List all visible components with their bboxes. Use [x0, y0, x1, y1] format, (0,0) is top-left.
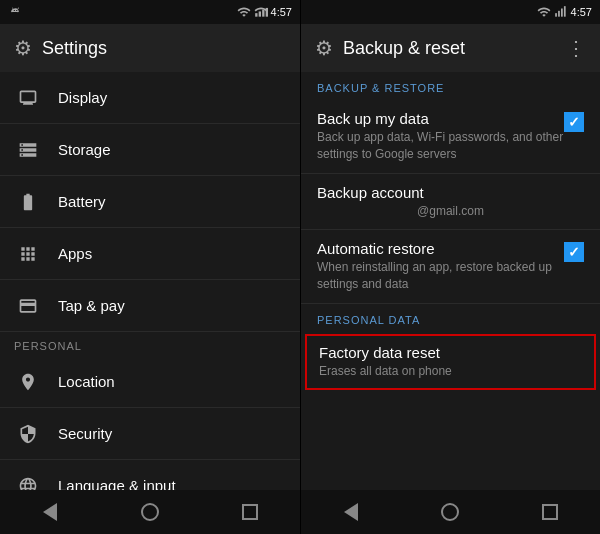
apps-label: Apps [58, 245, 92, 262]
signal-icon [254, 5, 268, 19]
right-time-display: 4:57 [571, 6, 592, 18]
backup-account-item[interactable]: Backup account @gmail.com [301, 174, 600, 231]
svg-rect-3 [265, 8, 267, 17]
right-back-icon [344, 503, 358, 521]
right-header: ⚙ Backup & reset ⋮ [301, 24, 600, 72]
display-label: Display [58, 89, 107, 106]
right-content: BACKUP & RESTORE Back up my data Back up… [301, 72, 600, 490]
menu-item-language[interactable]: Language & input [0, 460, 300, 490]
backup-account-subtitle: @gmail.com [317, 203, 584, 220]
location-icon [14, 372, 42, 392]
svg-rect-7 [563, 6, 565, 17]
svg-rect-4 [555, 13, 557, 17]
svg-rect-5 [558, 11, 560, 17]
left-panel: 4:57 ⚙ Settings Display Storage Batte [0, 0, 300, 534]
security-icon [14, 424, 42, 444]
backup-restore-section-label: BACKUP & RESTORE [301, 72, 600, 100]
right-recents-icon [542, 504, 558, 520]
back-up-data-item[interactable]: Back up my data Back up app data, Wi-Fi … [301, 100, 600, 174]
right-header-left: ⚙ Backup & reset [315, 36, 465, 60]
auto-restore-subtitle: When reinstalling an app, restore backed… [317, 259, 564, 293]
right-home-icon [441, 503, 459, 521]
factory-reset-title: Factory data reset [319, 344, 582, 361]
svg-rect-1 [258, 11, 260, 16]
apps-icon [14, 244, 42, 264]
back-up-data-subtitle: Back up app data, Wi-Fi passwords, and o… [317, 129, 564, 163]
backup-account-title: Backup account [317, 184, 584, 201]
recents-button[interactable] [230, 492, 270, 532]
security-label: Security [58, 425, 112, 442]
right-header-title: Backup & reset [343, 38, 465, 59]
location-label: Location [58, 373, 115, 390]
status-bar-left [8, 5, 22, 19]
svg-rect-0 [255, 13, 257, 17]
right-panel: 4:57 ⚙ Backup & reset ⋮ BACKUP & RESTORE… [300, 0, 600, 534]
right-home-button[interactable] [430, 492, 470, 532]
tap-pay-label: Tap & pay [58, 297, 125, 314]
factory-reset-item[interactable]: Factory data reset Erases all data on ph… [305, 334, 596, 390]
right-recents-button[interactable] [530, 492, 570, 532]
backup-account-text: Backup account @gmail.com [317, 184, 584, 220]
battery-label: Battery [58, 193, 106, 210]
home-button[interactable] [130, 492, 170, 532]
display-icon [14, 88, 42, 108]
backup-reset-header-icon: ⚙ [315, 36, 333, 60]
auto-restore-item[interactable]: Automatic restore When reinstalling an a… [301, 230, 600, 304]
auto-restore-title: Automatic restore [317, 240, 564, 257]
back-icon [43, 503, 57, 521]
battery-icon [14, 192, 42, 212]
right-nav-bar [301, 490, 600, 534]
right-signal-icon [554, 5, 568, 19]
home-icon [141, 503, 159, 521]
backup-account-email: @gmail.com [317, 203, 584, 220]
wifi-icon [237, 5, 251, 19]
back-up-data-title: Back up my data [317, 110, 564, 127]
recents-icon [242, 504, 258, 520]
status-bar: 4:57 [0, 0, 300, 24]
svg-rect-6 [561, 9, 563, 17]
menu-item-display[interactable]: Display [0, 72, 300, 124]
menu-item-apps[interactable]: Apps [0, 228, 300, 280]
auto-restore-text: Automatic restore When reinstalling an a… [317, 240, 564, 293]
language-icon [14, 476, 42, 491]
factory-reset-subtitle: Erases all data on phone [319, 363, 582, 380]
storage-label: Storage [58, 141, 111, 158]
storage-icon [14, 140, 42, 160]
svg-rect-2 [262, 10, 264, 17]
menu-item-security[interactable]: Security [0, 408, 300, 460]
right-status-bar: 4:57 [301, 0, 600, 24]
menu-item-tap-pay[interactable]: Tap & pay [0, 280, 300, 332]
auto-restore-checkbox[interactable] [564, 242, 584, 262]
back-up-data-text: Back up my data Back up app data, Wi-Fi … [317, 110, 564, 163]
settings-header-icon: ⚙ [14, 36, 32, 60]
back-up-data-row: Back up my data Back up app data, Wi-Fi … [317, 110, 584, 163]
auto-restore-row: Automatic restore When reinstalling an a… [317, 240, 584, 293]
left-nav-bar [0, 490, 300, 534]
right-wifi-icon [537, 5, 551, 19]
back-up-data-checkbox[interactable] [564, 112, 584, 132]
menu-item-location[interactable]: Location [0, 356, 300, 408]
android-icon [8, 5, 22, 19]
menu-item-battery[interactable]: Battery [0, 176, 300, 228]
time-display: 4:57 [271, 6, 292, 18]
more-options-button[interactable]: ⋮ [566, 36, 586, 60]
menu-list: Display Storage Battery Apps [0, 72, 300, 490]
personal-section-header: PERSONAL [0, 332, 300, 356]
status-bar-right: 4:57 [237, 5, 292, 19]
menu-item-storage[interactable]: Storage [0, 124, 300, 176]
back-button[interactable] [30, 492, 70, 532]
settings-header: ⚙ Settings [0, 24, 300, 72]
settings-header-title: Settings [42, 38, 107, 59]
right-back-button[interactable] [331, 492, 371, 532]
language-label: Language & input [58, 477, 176, 490]
tap-pay-icon [14, 296, 42, 316]
personal-data-section-label: PERSONAL DATA [301, 304, 600, 332]
